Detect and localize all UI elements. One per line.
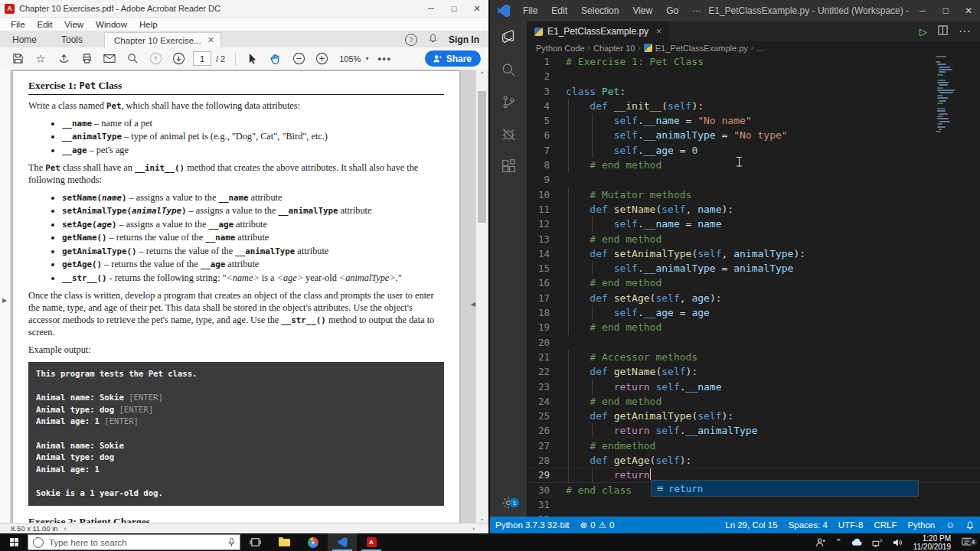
minimize-button[interactable]: ─: [911, 0, 934, 21]
tab-e1-petclassexample[interactable]: E1_PetClassExample.py ×: [527, 21, 669, 41]
code-line[interactable]: 22 def getName(self):: [527, 364, 980, 379]
code-line[interactable]: 11 def setName(self, name):: [527, 202, 980, 217]
encoding-status[interactable]: UTF-8: [833, 520, 869, 530]
suggestion-item-return[interactable]: ≡ return: [652, 481, 918, 496]
explorer-icon[interactable]: [490, 21, 527, 54]
code-line[interactable]: 2: [527, 69, 980, 83]
code-line[interactable]: 27 # endmethod: [527, 439, 980, 453]
menu-item-edit[interactable]: Edit: [544, 5, 574, 16]
code-line[interactable]: 21 # Accessor methods: [527, 350, 980, 364]
code-line[interactable]: 28 def getAge(self):: [527, 453, 980, 468]
code-line[interactable]: 12 self.__name = name: [527, 217, 980, 231]
close-button[interactable]: ✕: [466, 0, 488, 17]
code-line[interactable]: 4 def __init__(self):: [527, 99, 980, 113]
pdf-scrollbar-thumb[interactable]: [478, 91, 486, 223]
vscode-taskbar-button[interactable]: [328, 533, 357, 551]
page-number-input[interactable]: 1: [193, 51, 211, 66]
search-icon[interactable]: [490, 54, 527, 86]
share-button[interactable]: Share: [425, 51, 481, 67]
share-file-icon[interactable]: [54, 50, 74, 68]
code-line[interactable]: 6 self.__animalType = "No type": [527, 128, 980, 142]
breadcrumb-item[interactable]: ...: [756, 44, 763, 53]
code-line[interactable]: 17 def setAge(self, age):: [527, 291, 980, 305]
next-page-icon[interactable]: [168, 50, 188, 68]
acrobat-taskbar-button[interactable]: A: [357, 533, 386, 551]
code-line[interactable]: 7 self.__age = 0: [527, 143, 980, 158]
settings-gear-icon[interactable]: 1: [490, 495, 527, 510]
email-icon[interactable]: [100, 50, 119, 68]
collapse-pane-icon[interactable]: ◀: [471, 301, 475, 308]
menu-item-go[interactable]: Go: [659, 5, 685, 16]
run-file-icon[interactable]: ▷: [920, 26, 927, 37]
menu-item-window[interactable]: Window: [90, 20, 133, 29]
split-editor-icon[interactable]: [938, 24, 948, 38]
cursor-position-status[interactable]: Ln 29, Col 15: [720, 520, 782, 530]
file-explorer-button[interactable]: [270, 533, 299, 551]
maximize-button[interactable]: □: [934, 0, 957, 21]
close-document-icon[interactable]: ✕: [207, 35, 214, 45]
code-line[interactable]: 24 # end method: [527, 394, 980, 409]
star-icon[interactable]: ☆: [31, 50, 51, 68]
code-line[interactable]: 31: [527, 497, 980, 512]
pdf-vertical-scrollbar[interactable]: ⌃ ⌄: [475, 70, 488, 523]
code-line[interactable]: 5 self.__name = "No name": [527, 113, 980, 128]
close-tab-icon[interactable]: ×: [656, 26, 662, 37]
network-icon[interactable]: [867, 538, 887, 547]
volume-icon[interactable]: [887, 538, 907, 547]
bell-icon[interactable]: [428, 33, 438, 46]
language-mode-status[interactable]: Python: [902, 520, 940, 530]
code-line[interactable]: 1# Exercise 1: Pet Class: [527, 54, 980, 69]
sign-in-button[interactable]: Sign In: [449, 34, 479, 45]
code-line[interactable]: 9: [527, 172, 980, 187]
save-icon[interactable]: [8, 50, 28, 68]
start-button[interactable]: [0, 533, 28, 551]
expand-pane-icon[interactable]: ▶: [2, 297, 7, 304]
search-icon[interactable]: [122, 50, 142, 68]
notifications-bell-icon[interactable]: [960, 520, 980, 530]
code-line[interactable]: 10 # Mutator methods: [527, 187, 980, 202]
code-line[interactable]: 26 return self.__animalType: [527, 423, 980, 438]
task-view-button[interactable]: [240, 533, 270, 551]
code-line[interactable]: 3class Pet:: [527, 84, 980, 99]
clock[interactable]: 1:20 PM 11/20/2019: [907, 534, 957, 551]
minimap[interactable]: [936, 56, 960, 139]
code-editor[interactable]: 1# Exercise 1: Pet Class23class Pet:4 de…: [527, 54, 980, 517]
menu-item-file[interactable]: File: [516, 5, 544, 16]
code-line[interactable]: 14 def setAnimalType(self, animalType):: [527, 246, 980, 261]
code-line[interactable]: 23 return self.__name: [527, 380, 980, 394]
scroll-down-icon[interactable]: ⌄: [476, 515, 488, 522]
debug-icon[interactable]: [490, 118, 527, 150]
more-tools-icon[interactable]: •••: [377, 54, 392, 64]
scroll-up-icon[interactable]: ⌃: [476, 71, 488, 78]
scroll-left-icon[interactable]: ‹: [64, 525, 67, 533]
select-tool-icon[interactable]: [243, 50, 263, 68]
breadcrumb-item[interactable]: Python Code: [536, 44, 585, 53]
maximize-button[interactable]: □: [443, 0, 466, 17]
show-hidden-icons-chevron[interactable]: ⌃: [830, 537, 846, 547]
problems-status[interactable]: ⊗0 ⚠0: [575, 520, 620, 530]
menu-item-view[interactable]: View: [626, 5, 659, 16]
extensions-icon[interactable]: [490, 150, 527, 182]
print-icon[interactable]: [77, 50, 96, 68]
close-button[interactable]: ✕: [957, 0, 980, 21]
menu-item-more[interactable]: ···: [685, 5, 708, 16]
minimize-button[interactable]: ─: [420, 0, 443, 17]
menu-item-selection[interactable]: Selection: [574, 5, 626, 16]
code-line[interactable]: 13 # end method: [527, 232, 980, 246]
breadcrumb-item[interactable]: E1_PetClassExample.py: [655, 44, 748, 53]
code-line[interactable]: 18 self.__age = age: [527, 305, 980, 320]
indentation-status[interactable]: Spaces: 4: [783, 520, 833, 530]
chrome-button[interactable]: [299, 533, 328, 551]
python-interpreter-status[interactable]: Python 3.7.3 32-bit: [490, 520, 575, 530]
hand-tool-icon[interactable]: [266, 50, 286, 68]
taskbar-search-box[interactable]: Type here to search: [28, 534, 240, 550]
code-line[interactable]: 8 # end method: [527, 158, 980, 172]
zoom-out-icon[interactable]: [289, 50, 309, 68]
feedback-smiley-icon[interactable]: ☺: [940, 520, 960, 530]
menu-item-help[interactable]: Help: [133, 20, 164, 29]
code-line[interactable]: 20: [527, 335, 980, 350]
code-line[interactable]: 19 # end method: [527, 320, 980, 334]
source-control-icon[interactable]: [490, 86, 527, 118]
eol-status[interactable]: CRLF: [868, 520, 902, 530]
help-icon[interactable]: ?: [405, 34, 417, 46]
